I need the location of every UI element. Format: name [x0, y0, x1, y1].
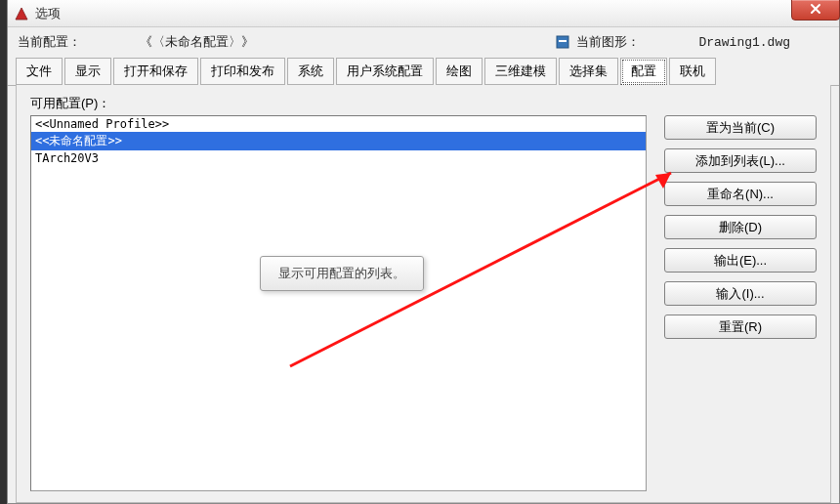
app-icon — [14, 6, 29, 21]
tab-3[interactable]: 打印和发布 — [200, 58, 285, 85]
tab-8[interactable]: 选择集 — [559, 58, 618, 85]
window-frame-edge — [0, 0, 7, 504]
options-window: 选项 当前配置： 《〈未命名配置〉》 当前图形： Drawing1.dwg 文件… — [7, 0, 840, 504]
tab-7[interactable]: 三维建模 — [484, 58, 557, 85]
add-to-list-button[interactable]: 添加到列表(L)... — [664, 148, 817, 173]
tooltip-text: 显示可用配置的列表。 — [278, 266, 405, 280]
close-button[interactable] — [791, 0, 840, 21]
import-button[interactable]: 输入(I)... — [664, 281, 817, 306]
meta-row: 当前配置： 《〈未命名配置〉》 当前图形： Drawing1.dwg — [8, 27, 839, 55]
tab-10[interactable]: 联机 — [669, 58, 716, 85]
list-item[interactable]: <<Unnamed Profile>> — [31, 116, 646, 132]
tab-4[interactable]: 系统 — [287, 58, 334, 85]
tab-5[interactable]: 用户系统配置 — [336, 58, 434, 85]
profile-pane: 可用配置(P)： <<Unnamed Profile>><<未命名配置>>TAr… — [16, 85, 831, 503]
list-item[interactable]: TArch20V3 — [31, 150, 646, 166]
export-button[interactable]: 输出(E)... — [664, 248, 817, 273]
tabs-row: 文件显示打开和保存打印和发布系统用户系统配置绘图三维建模选择集配置联机 — [8, 58, 839, 86]
delete-button[interactable]: 删除(D) — [664, 215, 817, 239]
drawing-icon — [555, 34, 570, 50]
tab-9[interactable]: 配置 — [620, 58, 667, 85]
set-current-button[interactable]: 置为当前(C) — [664, 115, 817, 140]
close-icon — [810, 3, 821, 18]
list-item[interactable]: <<未命名配置>> — [31, 132, 646, 150]
tab-2[interactable]: 打开和保存 — [113, 58, 198, 85]
current-drawing-label: 当前图形： — [576, 33, 640, 51]
profile-listbox[interactable]: <<Unnamed Profile>><<未命名配置>>TArch20V3 — [30, 115, 647, 491]
rename-button[interactable]: 重命名(N)... — [664, 182, 817, 206]
tooltip: 显示可用配置的列表。 — [260, 256, 424, 291]
tab-6[interactable]: 绘图 — [436, 58, 483, 85]
available-profiles-label: 可用配置(P)： — [30, 95, 817, 112]
current-profile-value: 《〈未命名配置〉》 — [140, 33, 254, 51]
titlebar: 选项 — [8, 0, 839, 27]
svg-rect-1 — [559, 40, 567, 42]
tab-0[interactable]: 文件 — [16, 58, 63, 85]
current-drawing-value: Drawing1.dwg — [698, 35, 790, 50]
side-buttons: 置为当前(C) 添加到列表(L)... 重命名(N)... 删除(D) 输出(E… — [664, 115, 817, 491]
tab-1[interactable]: 显示 — [64, 58, 111, 85]
current-profile-label: 当前配置： — [18, 33, 81, 51]
reset-button[interactable]: 重置(R) — [664, 315, 817, 339]
window-title: 选项 — [35, 5, 61, 22]
